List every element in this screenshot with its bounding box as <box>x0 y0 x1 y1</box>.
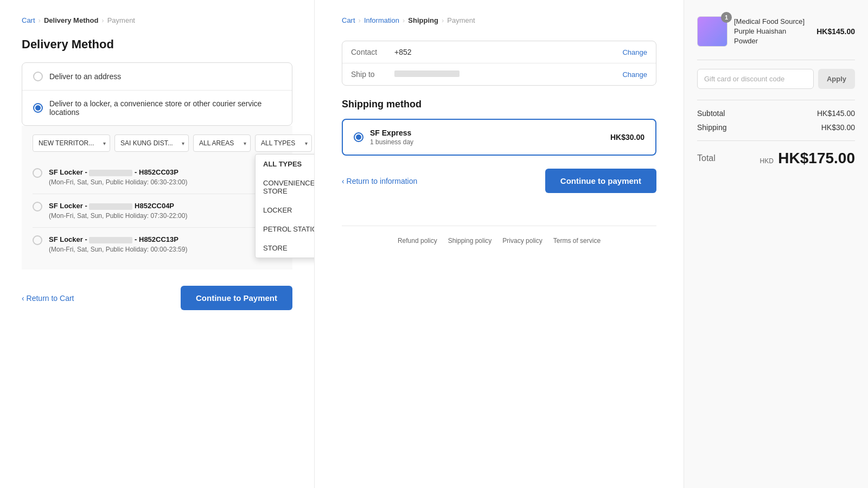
terms-link[interactable]: Terms of service <box>553 237 601 245</box>
ship-change-link[interactable]: Change <box>622 70 647 79</box>
continue-to-payment-mid-btn[interactable]: Continue to payment <box>545 169 656 193</box>
discount-row: Apply <box>697 69 855 89</box>
dropdown-all-types[interactable]: ALL TYPES <box>256 155 315 174</box>
locker-radio-0 <box>33 168 42 178</box>
area-wrapper: ALL AREAS <box>193 134 251 152</box>
option-locker-label: Deliver to a locker, a convenience store… <box>49 99 281 117</box>
ship-row: Ship to Change <box>342 63 656 85</box>
shipping-days: 1 business day <box>370 138 604 146</box>
apply-button[interactable]: Apply <box>818 69 855 89</box>
product-badge: 1 <box>721 12 732 23</box>
shipping-name: SF Express <box>370 129 604 137</box>
option-address-label: Deliver to an address <box>49 72 121 81</box>
ship-value-bar <box>394 70 459 77</box>
radio-address <box>33 72 43 81</box>
locker-item[interactable]: SF Locker - - H852CC03P (Mon-Fri, Sat, S… <box>33 160 282 194</box>
shipping-price: HK$30.00 <box>610 133 644 142</box>
dropdown-convenience[interactable]: CONVENIENCE STORE <box>256 174 315 201</box>
ship-label: Ship to <box>351 70 394 79</box>
locker-hours-0: (Mon-Fri, Sat, Sun, Public Holiday: 06:3… <box>49 178 282 186</box>
dropdown-petrol[interactable]: PETROL STATION <box>256 220 315 239</box>
divider-1 <box>697 60 855 60</box>
left-bottom-nav: Return to Cart Continue to Payment <box>22 286 292 310</box>
left-panel: Cart › Delivery Method › Payment Deliver… <box>0 0 315 488</box>
total-row: Total HKD HK$175.00 <box>697 140 855 167</box>
refund-policy-link[interactable]: Refund policy <box>398 237 437 245</box>
shipping-row: Shipping HK$30.00 <box>697 123 855 132</box>
locker-bar-2 <box>89 237 132 243</box>
right-panel: 1 [Medical Food Source] Purple Huaishan … <box>684 0 868 488</box>
locker-info-2: SF Locker - - H852CC13P (Mon-Fri, Sat, S… <box>49 235 282 253</box>
type-dropdown: ALL TYPES CONVENIENCE STORE LOCKER PETRO… <box>255 154 315 258</box>
locker-bar-1 <box>89 203 132 210</box>
sep2: › <box>101 16 104 24</box>
shipping-option-sf[interactable]: SF Express 1 business day HK$30.00 <box>342 119 656 156</box>
contact-value: +852 <box>394 48 622 56</box>
product-row: 1 [Medical Food Source] Purple Huaishan … <box>697 16 855 47</box>
locker-radio-2 <box>33 235 42 245</box>
discount-input[interactable] <box>697 69 814 89</box>
privacy-policy-link[interactable]: Privacy policy <box>502 237 542 245</box>
subtotal-row: Subtotal HK$145.00 <box>697 109 855 118</box>
filter-row: NEW TERRITOR... SAI KUNG DIST... ALL ARE… <box>33 134 282 152</box>
product-name: [Medical Food Source] Purple Huaishan Po… <box>734 17 810 47</box>
breadcrumb-payment-mid: Payment <box>447 16 475 24</box>
option-address[interactable]: Deliver to an address <box>22 63 292 91</box>
page-title: Delivery Method <box>22 37 292 52</box>
locker-section: NEW TERRITOR... SAI KUNG DIST... ALL ARE… <box>22 126 292 269</box>
product-price: HK$145.00 <box>816 27 855 36</box>
territory-wrapper: NEW TERRITOR... <box>33 134 110 152</box>
dropdown-locker[interactable]: LOCKER <box>256 201 315 220</box>
area-select[interactable]: ALL AREAS <box>193 134 251 152</box>
breadcrumb-shipping: Shipping <box>408 16 438 24</box>
subtotal-value: HK$145.00 <box>817 109 855 118</box>
locker-name-2: SF Locker - - H852CC13P <box>49 235 282 243</box>
breadcrumb-delivery: Delivery Method <box>44 16 98 24</box>
radio-locker <box>33 103 43 113</box>
divider-2 <box>697 100 855 100</box>
locker-name-0: SF Locker - - H852CC03P <box>49 168 282 176</box>
type-wrapper: ALL TYPES ALL TYPES CONVENIENCE STORE LO… <box>255 134 312 152</box>
mid-breadcrumb: Cart › Information › Shipping › Payment <box>342 16 656 24</box>
subtotal-label: Subtotal <box>697 109 725 118</box>
locker-item[interactable]: SF Locker - - H852CC13P (Mon-Fri, Sat, S… <box>33 228 282 261</box>
sep1: › <box>39 16 41 24</box>
contact-label: Contact <box>351 48 394 56</box>
mid-bottom-nav: Return to information Continue to paymen… <box>342 169 656 193</box>
continue-to-payment-btn[interactable]: Continue to Payment <box>181 286 292 310</box>
district-select[interactable]: SAI KUNG DIST... <box>114 134 189 152</box>
info-box: Contact +852 Change Ship to Change <box>342 41 656 86</box>
ship-value <box>394 70 622 79</box>
locker-item[interactable]: SF Locker - H852CC04P (Mon-Fri, Sat, Sun… <box>33 194 282 228</box>
locker-bar-0 <box>89 170 132 176</box>
breadcrumb-cart-mid[interactable]: Cart <box>342 16 355 24</box>
shipping-section-title: Shipping method <box>342 99 656 110</box>
total-currency: HKD <box>760 157 774 165</box>
option-locker[interactable]: Deliver to a locker, a convenience store… <box>22 91 292 125</box>
left-breadcrumb: Cart › Delivery Method › Payment <box>22 16 292 24</box>
locker-hours-1: (Mon-Fri, Sat, Sun, Public Holiday: 07:3… <box>49 212 282 220</box>
total-amount-wrap: HKD HK$175.00 <box>760 150 855 167</box>
breadcrumb-information[interactable]: Information <box>364 16 399 24</box>
contact-change-link[interactable]: Change <box>622 48 647 56</box>
breadcrumb-cart-left[interactable]: Cart <box>22 16 35 24</box>
shipping-details: SF Express 1 business day <box>370 129 604 146</box>
locker-hours-2: (Mon-Fri, Sat, Sun, Public Holiday: 00:0… <box>49 246 282 253</box>
delivery-options: Deliver to an address Deliver to a locke… <box>22 62 292 126</box>
return-to-cart-link[interactable]: Return to Cart <box>22 294 74 303</box>
locker-radio-1 <box>33 202 42 211</box>
locker-info-1: SF Locker - H852CC04P (Mon-Fri, Sat, Sun… <box>49 202 282 220</box>
return-to-information-link[interactable]: Return to information <box>342 177 417 185</box>
shipping-label: Shipping <box>697 123 727 132</box>
middle-panel: Cart › Information › Shipping › Payment … <box>315 0 684 488</box>
shipping-policy-link[interactable]: Shipping policy <box>448 237 492 245</box>
product-image-wrap: 1 <box>697 16 727 47</box>
contact-row: Contact +852 Change <box>342 41 656 63</box>
dropdown-store[interactable]: STORE <box>256 239 315 258</box>
shipping-value: HK$30.00 <box>821 123 855 132</box>
footer-links: Refund policy Shipping policy Privacy po… <box>342 226 656 245</box>
locker-list: SF Locker - - H852CC03P (Mon-Fri, Sat, S… <box>33 160 282 261</box>
locker-info-0: SF Locker - - H852CC03P (Mon-Fri, Sat, S… <box>49 168 282 186</box>
type-select[interactable]: ALL TYPES <box>255 134 312 152</box>
territory-select[interactable]: NEW TERRITOR... <box>33 134 110 152</box>
